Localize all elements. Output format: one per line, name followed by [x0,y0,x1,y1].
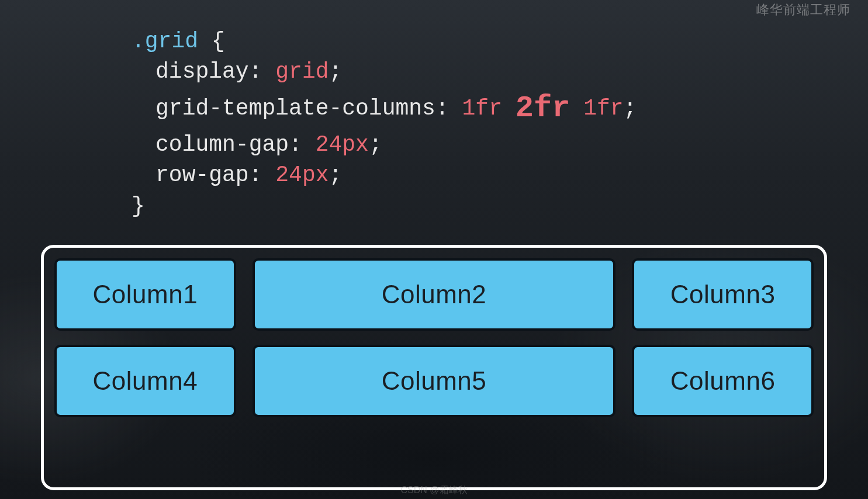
code-value: 24px [316,132,369,157]
brace-close: } [132,193,145,219]
grid-cell: Column2 [253,258,616,331]
code-prop: grid-template-columns [155,96,435,121]
watermark-top: 峰华前端工程师 [756,1,850,19]
code-value-emphasis: 2fr [516,91,570,126]
watermark-bottom: CSDN @霜峰秋 [400,484,467,497]
code-prop: row-gap [155,162,249,188]
code-prop: column-gap [155,132,289,157]
code-value: 1fr [462,96,516,121]
code-value: 1fr [570,96,623,121]
brace-open: { [198,29,225,54]
css-code-block: .grid { display: grid; grid-template-col… [132,26,868,221]
code-selector: .grid [132,29,198,54]
grid-cell: Column4 [54,345,236,417]
code-value: 24px [275,162,328,188]
grid-cell: Column1 [54,258,236,331]
grid-demo: Column1 Column2 Column3 Column4 Column5 … [54,258,814,417]
code-value: grid [275,59,328,84]
grid-cell: Column6 [632,345,814,417]
code-prop: display [155,59,249,84]
grid-cell: Column5 [253,345,616,417]
grid-cell: Column3 [632,258,814,331]
grid-container: Column1 Column2 Column3 Column4 Column5 … [41,245,827,490]
